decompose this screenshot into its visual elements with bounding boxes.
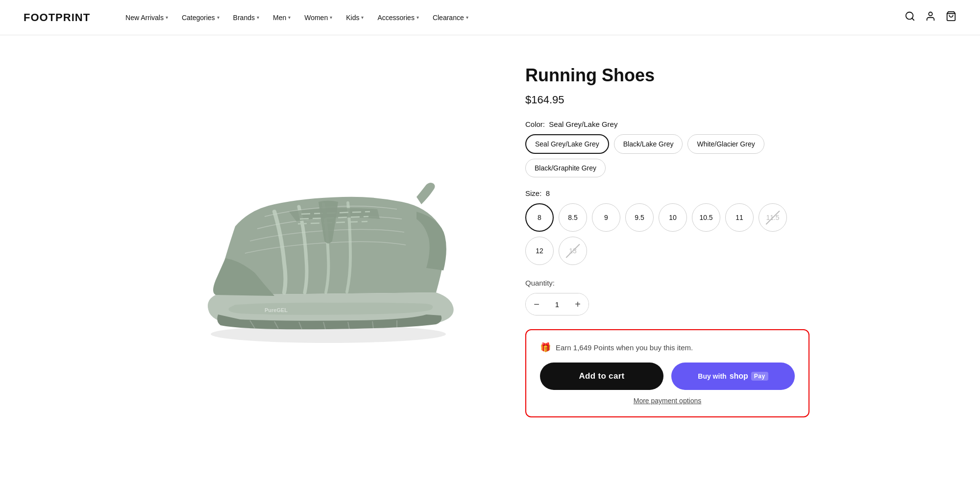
color-label: Color: Seal Grey/Lake Grey bbox=[525, 120, 809, 128]
nav-item-clearance[interactable]: Clearance ▾ bbox=[427, 10, 474, 25]
quantity-decrease-button[interactable]: − bbox=[526, 293, 547, 315]
account-icon[interactable] bbox=[925, 11, 936, 24]
size-btn-13: 13 bbox=[559, 237, 587, 265]
nav-item-accessories[interactable]: Accessories ▾ bbox=[371, 10, 424, 25]
product-details: Running Shoes $164.95 Color: Seal Grey/L… bbox=[525, 55, 809, 417]
nav-item-brands[interactable]: Brands ▾ bbox=[227, 10, 265, 25]
nav-item-men[interactable]: Men ▾ bbox=[267, 10, 296, 25]
shop-pay-button[interactable]: Buy with shop Pay bbox=[671, 363, 795, 390]
color-option-white-glacier[interactable]: White/Glacier Grey bbox=[687, 134, 764, 154]
chevron-down-icon: ▾ bbox=[361, 15, 364, 20]
quantity-control: − 1 + bbox=[525, 293, 589, 315]
product-page: PureGEL Running Shoes $164.95 Color: Sea… bbox=[147, 35, 833, 437]
svg-point-2 bbox=[929, 12, 932, 16]
size-btn-8[interactable]: 8 bbox=[525, 203, 554, 232]
header-icons bbox=[905, 11, 956, 24]
size-grid: 8 8.5 9 9.5 10 10.5 11 11.5 12 13 bbox=[525, 203, 809, 265]
size-btn-12[interactable]: 12 bbox=[525, 237, 554, 265]
chevron-down-icon: ▾ bbox=[217, 15, 220, 20]
size-btn-8-5[interactable]: 8.5 bbox=[559, 203, 587, 232]
size-section: Size: 8 8 8.5 9 9.5 10 10.5 11 11.5 12 1… bbox=[525, 189, 809, 265]
nav-item-categories[interactable]: Categories ▾ bbox=[176, 10, 225, 25]
chevron-down-icon: ▾ bbox=[257, 15, 259, 20]
color-option-black-graphite[interactable]: Black/Graphite Grey bbox=[525, 159, 606, 177]
cart-icon[interactable] bbox=[946, 11, 956, 24]
nav-item-kids[interactable]: Kids ▾ bbox=[340, 10, 369, 25]
size-btn-11-5: 11.5 bbox=[759, 203, 787, 232]
shop-pay-label: Buy with bbox=[698, 372, 726, 380]
size-label: Size: 8 bbox=[525, 189, 809, 197]
header: FOOTPRINT New Arrivals ▾ Categories ▾ Br… bbox=[0, 0, 980, 35]
chevron-down-icon: ▾ bbox=[416, 15, 419, 20]
size-btn-10[interactable]: 10 bbox=[659, 203, 687, 232]
size-btn-10-5[interactable]: 10.5 bbox=[692, 203, 720, 232]
chevron-down-icon: ▾ bbox=[288, 15, 291, 20]
search-icon[interactable] bbox=[905, 11, 915, 24]
quantity-value: 1 bbox=[547, 300, 567, 309]
size-btn-11[interactable]: 11 bbox=[725, 203, 754, 232]
product-image: PureGEL bbox=[176, 119, 480, 354]
shop-pay-brand: shop bbox=[730, 372, 748, 381]
size-btn-9-5[interactable]: 9.5 bbox=[625, 203, 654, 232]
brand-logo[interactable]: FOOTPRINT bbox=[24, 11, 90, 24]
nav-item-new-arrivals[interactable]: New Arrivals ▾ bbox=[120, 10, 174, 25]
more-payment-link[interactable]: More payment options bbox=[540, 397, 795, 405]
svg-line-1 bbox=[912, 18, 914, 20]
color-section: Color: Seal Grey/Lake Grey Seal Grey/Lak… bbox=[525, 120, 809, 177]
add-to-cart-button[interactable]: Add to cart bbox=[540, 363, 663, 390]
points-row: 🎁 Earn 1,649 Points when you buy this it… bbox=[540, 342, 795, 353]
size-btn-9[interactable]: 9 bbox=[592, 203, 620, 232]
svg-text:PureGEL: PureGEL bbox=[265, 307, 288, 313]
purchase-box: 🎁 Earn 1,649 Points when you buy this it… bbox=[525, 329, 809, 417]
gift-icon: 🎁 bbox=[540, 342, 551, 353]
main-nav: New Arrivals ▾ Categories ▾ Brands ▾ Men… bbox=[120, 10, 905, 25]
color-option-black-lake[interactable]: Black/Lake Grey bbox=[614, 134, 683, 154]
quantity-section: Quantity: − 1 + bbox=[525, 279, 809, 315]
product-price: $164.95 bbox=[525, 94, 809, 106]
color-option-seal-grey[interactable]: Seal Grey/Lake Grey bbox=[525, 134, 609, 154]
shop-pay-badge: Pay bbox=[751, 372, 768, 381]
quantity-increase-button[interactable]: + bbox=[567, 293, 588, 315]
chevron-down-icon: ▾ bbox=[330, 15, 332, 20]
chevron-down-icon: ▾ bbox=[466, 15, 468, 20]
product-title: Running Shoes bbox=[525, 65, 809, 86]
purchase-buttons: Add to cart Buy with shop Pay bbox=[540, 363, 795, 390]
product-image-section: PureGEL bbox=[171, 55, 486, 417]
color-options: Seal Grey/Lake Grey Black/Lake Grey Whit… bbox=[525, 134, 809, 177]
quantity-label: Quantity: bbox=[525, 279, 809, 287]
points-text: Earn 1,649 Points when you buy this item… bbox=[556, 343, 693, 352]
nav-item-women[interactable]: Women ▾ bbox=[298, 10, 338, 25]
chevron-down-icon: ▾ bbox=[166, 15, 168, 20]
